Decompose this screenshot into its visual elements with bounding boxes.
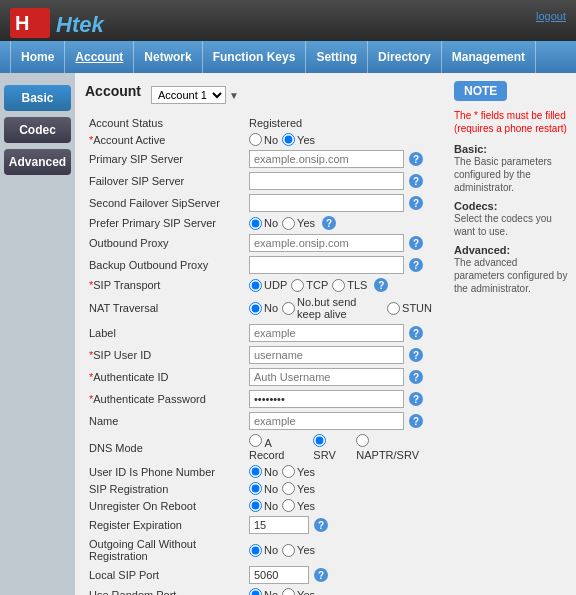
- help-failover-sip[interactable]: ?: [409, 174, 423, 188]
- nav-account[interactable]: Account: [65, 41, 134, 73]
- row-account-active: *Account Active No Yes: [85, 131, 436, 148]
- label-local-sip-port: Local SIP Port: [85, 564, 245, 586]
- input-backup-outbound-proxy[interactable]: [249, 256, 404, 274]
- radio-unreg-no[interactable]: No: [249, 499, 278, 512]
- row-account-status: Account Status Registered: [85, 115, 436, 131]
- radio-nat-no[interactable]: No: [249, 302, 278, 315]
- logo-text: Htek: [56, 12, 104, 38]
- nav-network[interactable]: Network: [134, 41, 202, 73]
- row-unregister-reboot: Unregister On Reboot No Yes: [85, 497, 436, 514]
- row-dns-mode: DNS Mode A Record SRV NAPTR/SRV: [85, 432, 436, 463]
- label-sip-registration: SIP Registration: [85, 480, 245, 497]
- row-outgoing-call-no-reg: Outgoing Call Without Registration No Ye…: [85, 536, 436, 564]
- nav-home[interactable]: Home: [10, 41, 65, 73]
- row-user-id-phone: User ID Is Phone Number No Yes: [85, 463, 436, 480]
- form-table: Account Status Registered *Account Activ…: [85, 115, 436, 595]
- help-backup-outbound-proxy[interactable]: ?: [409, 258, 423, 272]
- row-prefer-primary-sip: Prefer Primary SIP Server No Yes ?: [85, 214, 436, 232]
- label-primary-sip: Primary SIP Server: [85, 148, 245, 170]
- radio-transport-udp[interactable]: UDP: [249, 279, 287, 292]
- label-outbound-proxy: Outbound Proxy: [85, 232, 245, 254]
- radio-account-active-no[interactable]: No: [249, 133, 278, 146]
- radio-userid-phone-yes[interactable]: Yes: [282, 465, 315, 478]
- help-sip-user-id[interactable]: ?: [409, 348, 423, 362]
- radio-transport-tls[interactable]: TLS: [332, 279, 367, 292]
- radio-random-port-yes[interactable]: Yes: [282, 588, 315, 595]
- input-authenticate-id[interactable]: [249, 368, 404, 386]
- navigation: Home Account Network Function Keys Setti…: [0, 41, 576, 73]
- radio-nat-no-send[interactable]: No.but send keep alive: [282, 296, 383, 320]
- row-nat-traversal: NAT Traversal No No.but send keep alive …: [85, 294, 436, 322]
- help-label[interactable]: ?: [409, 326, 423, 340]
- row-sip-registration: SIP Registration No Yes: [85, 480, 436, 497]
- input-name[interactable]: [249, 412, 404, 430]
- help-primary-sip[interactable]: ?: [409, 152, 423, 166]
- help-prefer-primary[interactable]: ?: [322, 216, 336, 230]
- row-authenticate-password: *Authenticate Password ?: [85, 388, 436, 410]
- radio-userid-phone-no[interactable]: No: [249, 465, 278, 478]
- radio-dns-srv[interactable]: SRV: [313, 434, 350, 461]
- label-dns-mode: DNS Mode: [85, 432, 245, 463]
- input-register-expiration[interactable]: [249, 516, 309, 534]
- radio-nat-stun[interactable]: STUN: [387, 302, 432, 315]
- logout-link[interactable]: logout: [536, 8, 566, 22]
- label-outgoing-call-no-reg: Outgoing Call Without Registration: [85, 536, 245, 564]
- sidebar-item-advanced[interactable]: Advanced: [4, 149, 71, 175]
- row-register-expiration: Register Expiration ?: [85, 514, 436, 536]
- help-local-sip-port[interactable]: ?: [314, 568, 328, 582]
- label-failover-sip: Failover SIP Server: [85, 170, 245, 192]
- nav-management[interactable]: Management: [442, 41, 536, 73]
- help-sip-transport[interactable]: ?: [374, 278, 388, 292]
- input-sip-user-id[interactable]: [249, 346, 404, 364]
- help-outbound-proxy[interactable]: ?: [409, 236, 423, 250]
- input-failover-sip[interactable]: [249, 172, 404, 190]
- row-backup-outbound-proxy: Backup Outbound Proxy ?: [85, 254, 436, 276]
- input-second-failover-sip[interactable]: [249, 194, 404, 212]
- nav-directory[interactable]: Directory: [368, 41, 442, 73]
- logo-icon: H: [10, 8, 50, 41]
- label-prefer-primary-sip: Prefer Primary SIP Server: [85, 214, 245, 232]
- radio-account-active-yes[interactable]: Yes: [282, 133, 315, 146]
- label-register-expiration: Register Expiration: [85, 514, 245, 536]
- label-account-status: Account Status: [85, 115, 245, 131]
- row-label: Label ?: [85, 322, 436, 344]
- radio-unreg-yes[interactable]: Yes: [282, 499, 315, 512]
- radio-outcall-yes[interactable]: Yes: [282, 544, 315, 557]
- row-primary-sip: Primary SIP Server ?: [85, 148, 436, 170]
- radio-sip-reg-no[interactable]: No: [249, 482, 278, 495]
- radio-dns-a[interactable]: A Record: [249, 434, 307, 461]
- radio-transport-tcp[interactable]: TCP: [291, 279, 328, 292]
- help-authenticate-password[interactable]: ?: [409, 392, 423, 406]
- note-panel: NOTE The * fields must be filled (requir…: [446, 73, 576, 595]
- radio-outcall-no[interactable]: No: [249, 544, 278, 557]
- nav-function-keys[interactable]: Function Keys: [203, 41, 307, 73]
- radio-prefer-primary-yes[interactable]: Yes: [282, 217, 315, 230]
- main-content: Account Account 1 ▼ Account Status Regis…: [75, 73, 446, 595]
- input-primary-sip[interactable]: [249, 150, 404, 168]
- help-register-expiration[interactable]: ?: [314, 518, 328, 532]
- input-outbound-proxy[interactable]: [249, 234, 404, 252]
- help-name[interactable]: ?: [409, 414, 423, 428]
- note-section-advanced-title: Advanced:: [454, 244, 568, 256]
- note-section-codecs-text: Select the codecs you want to use.: [454, 212, 568, 238]
- nav-setting[interactable]: Setting: [306, 41, 368, 73]
- input-local-sip-port[interactable]: [249, 566, 309, 584]
- label-sip-user-id: *SIP User ID: [85, 344, 245, 366]
- sidebar-item-codec[interactable]: Codec: [4, 117, 71, 143]
- radio-prefer-primary-no[interactable]: No: [249, 217, 278, 230]
- help-second-failover-sip[interactable]: ?: [409, 196, 423, 210]
- input-label[interactable]: [249, 324, 404, 342]
- input-authenticate-password[interactable]: [249, 390, 404, 408]
- radio-dns-naptr[interactable]: NAPTR/SRV: [356, 434, 432, 461]
- sidebar: Basic Codec Advanced: [0, 73, 75, 595]
- row-local-sip-port: Local SIP Port ?: [85, 564, 436, 586]
- sidebar-item-basic[interactable]: Basic: [4, 85, 71, 111]
- help-authenticate-id[interactable]: ?: [409, 370, 423, 384]
- label-authenticate-password: *Authenticate Password: [85, 388, 245, 410]
- label-use-random-port: Use Random Port: [85, 586, 245, 595]
- note-warning: The * fields must be filled (requires a …: [454, 109, 568, 135]
- radio-sip-reg-yes[interactable]: Yes: [282, 482, 315, 495]
- radio-random-port-no[interactable]: No: [249, 588, 278, 595]
- account-select[interactable]: Account 1: [151, 86, 226, 104]
- account-status-value: Registered: [249, 117, 302, 129]
